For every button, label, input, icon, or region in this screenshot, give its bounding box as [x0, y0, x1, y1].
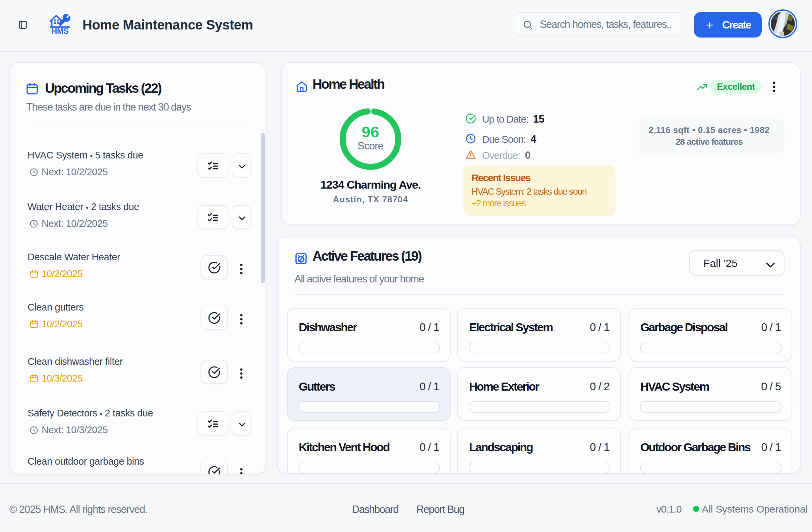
svg-text:HMS: HMS	[51, 27, 68, 34]
